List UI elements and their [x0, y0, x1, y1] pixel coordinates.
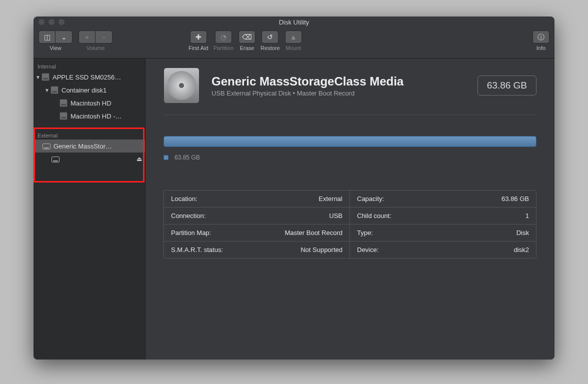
legend-swatch — [164, 155, 168, 160]
sidebar-toggle-button[interactable]: ◫ — [38, 30, 56, 44]
restore-label: Restore — [260, 45, 280, 51]
restore-icon: ↺ — [267, 34, 273, 40]
sidebar-header-external: External — [34, 130, 145, 140]
titlebar: Disk Utility — [34, 16, 554, 28]
close-window-button[interactable] — [38, 19, 44, 25]
plus-icon: ＋ — [84, 34, 90, 40]
sidebar: Internal ▼ APPLE SSD SM0256… ▼ Container… — [34, 58, 146, 360]
external-disk-icon — [42, 144, 50, 150]
detail-title: Generic MassStorageClass Media — [212, 74, 466, 88]
toolbar-view-label: View — [50, 45, 62, 51]
sidebar-item-label: Container disk1 — [62, 86, 106, 94]
sidebar-vol-external[interactable]: ⏏ — [34, 152, 145, 166]
sidebar-item-label: Macintosh HD -… — [70, 112, 122, 120]
toolbar: ◫ ⌄ View ＋ － Volume ✚ First Aid ◔ Partit… — [34, 28, 554, 58]
window-title: Disk Utility — [34, 18, 554, 26]
info-row: Partition Map:Master Boot Record — [164, 224, 350, 241]
info-button[interactable]: ⓘ — [532, 30, 550, 44]
detail-subtitle: USB External Physical Disk • Master Boot… — [212, 90, 466, 97]
minus-icon: － — [100, 34, 108, 40]
first-aid-label: First Aid — [188, 45, 208, 51]
eject-icon[interactable]: ⏏ — [136, 156, 142, 162]
detail-pane: Generic MassStorageClass Media USB Exter… — [146, 58, 554, 360]
info-label: Info — [536, 45, 546, 51]
mount-button[interactable]: ▲ — [285, 30, 302, 44]
info-col-right: Capacity:63.86 GB Child count:1 Type:Dis… — [350, 190, 536, 258]
capacity-pill: 63.86 GB — [478, 76, 536, 96]
disclosure-triangle-icon[interactable]: ▼ — [36, 74, 40, 80]
info-table: Location:External Connection:USB Partiti… — [164, 190, 536, 258]
info-col-left: Location:External Connection:USB Partiti… — [164, 190, 350, 258]
sidebar-icon: ◫ — [44, 34, 50, 40]
sidebar-item-label: APPLE SSD SM0256… — [52, 74, 121, 81]
disk-utility-window: Disk Utility ◫ ⌄ View ＋ － Volume ✚ First… — [34, 16, 554, 360]
first-aid-button[interactable]: ✚ — [190, 30, 207, 44]
info-row: Device:disk2 — [350, 241, 536, 258]
add-volume-button[interactable]: ＋ — [78, 30, 96, 44]
remove-volume-button[interactable]: － — [96, 30, 112, 44]
info-row: Capacity:63.86 GB — [350, 190, 536, 207]
info-row: Child count:1 — [350, 207, 536, 224]
usage-legend: 63.85 GB — [164, 154, 536, 161]
toolbar-info-group: ⓘ Info — [532, 30, 550, 51]
zoom-window-button[interactable] — [58, 19, 64, 25]
stethoscope-icon: ✚ — [196, 34, 202, 40]
info-row: Connection:USB — [164, 207, 350, 224]
restore-button[interactable]: ↺ — [262, 30, 278, 44]
toolbar-volume-group: ＋ － Volume — [78, 30, 112, 51]
disk-hero-icon — [164, 68, 200, 104]
sidebar-disk-internal[interactable]: ▼ APPLE SSD SM0256… — [34, 70, 145, 84]
sidebar-vol-macintosh-hd[interactable]: Macintosh HD — [34, 96, 145, 110]
pie-icon: ◔ — [220, 34, 226, 40]
usage-bar — [164, 136, 536, 147]
info-row: Type:Disk — [350, 224, 536, 241]
minimize-window-button[interactable] — [48, 19, 54, 25]
sidebar-item-label: Macintosh HD — [70, 100, 112, 107]
sidebar-vol-macintosh-hd-data[interactable]: Macintosh HD -… — [34, 110, 145, 122]
legend-size: 63.85 GB — [174, 154, 200, 161]
internal-disk-icon — [42, 73, 50, 81]
detail-header: Generic MassStorageClass Media USB Exter… — [164, 68, 536, 104]
divider — [164, 114, 536, 115]
view-menu-button[interactable]: ⌄ — [56, 30, 72, 44]
sidebar-disk-external[interactable]: Generic MassStor… — [34, 140, 145, 152]
toolbar-view-group: ◫ ⌄ View — [38, 30, 72, 51]
volume-icon — [60, 99, 68, 107]
partition-button[interactable]: ◔ — [215, 30, 232, 44]
window-controls — [38, 19, 64, 25]
sidebar-header-internal: Internal — [34, 60, 145, 70]
toolbar-center: ✚ First Aid ◔ Partition ⌫ Erase ↺ Restor… — [188, 30, 302, 51]
sidebar-item-label: Generic MassStor… — [54, 142, 112, 150]
container-icon — [50, 86, 58, 94]
external-volume-icon — [52, 156, 60, 162]
mount-icon: ▲ — [290, 34, 297, 40]
erase-button[interactable]: ⌫ — [238, 30, 256, 44]
disclosure-triangle-icon[interactable]: ▼ — [44, 88, 50, 93]
erase-icon: ⌫ — [242, 34, 252, 40]
info-row: Location:External — [164, 190, 350, 207]
sidebar-container-disk1[interactable]: ▼ Container disk1 — [34, 84, 145, 96]
toolbar-volume-label: Volume — [86, 45, 105, 51]
info-icon: ⓘ — [538, 34, 544, 40]
info-row: S.M.A.R.T. status:Not Supported — [164, 241, 350, 258]
volume-icon — [60, 112, 68, 120]
erase-label: Erase — [240, 45, 254, 51]
chevron-down-icon: ⌄ — [61, 34, 67, 40]
mount-label: Mount — [286, 45, 301, 51]
partition-label: Partition — [214, 45, 234, 51]
